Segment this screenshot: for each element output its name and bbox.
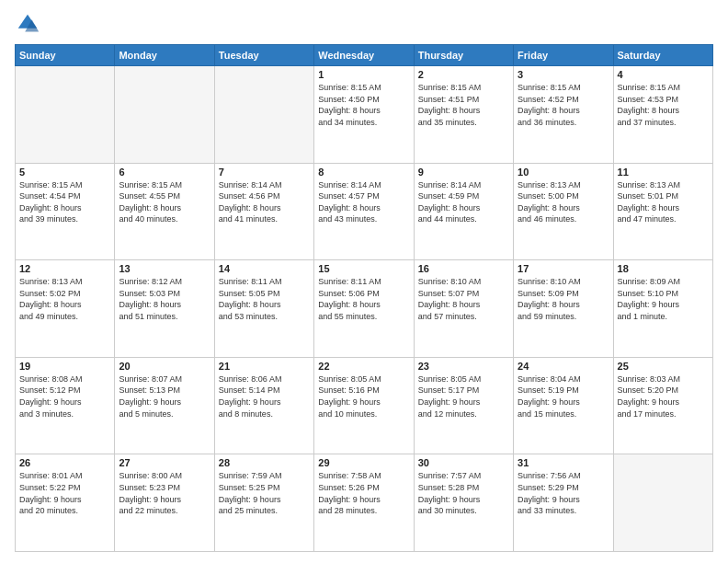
calendar-cell: 26Sunrise: 8:01 AMSunset: 5:22 PMDayligh…	[16, 454, 115, 552]
weekday-header-wednesday: Wednesday	[314, 45, 414, 66]
weekday-header-monday: Monday	[115, 45, 214, 66]
day-info: Sunrise: 8:13 AMSunset: 5:02 PMDaylight:…	[19, 276, 110, 322]
calendar-cell: 30Sunrise: 7:57 AMSunset: 5:28 PMDayligh…	[414, 454, 513, 552]
day-number: 8	[318, 167, 409, 178]
day-info: Sunrise: 8:06 AMSunset: 5:14 PMDaylight:…	[219, 373, 310, 419]
week-row-3: 12Sunrise: 8:13 AMSunset: 5:02 PMDayligh…	[16, 260, 713, 358]
day-info: Sunrise: 7:56 AMSunset: 5:29 PMDaylight:…	[518, 470, 609, 516]
day-number: 28	[219, 457, 310, 468]
day-number: 17	[518, 263, 609, 274]
calendar-cell: 20Sunrise: 8:07 AMSunset: 5:13 PMDayligh…	[115, 357, 214, 454]
day-number: 27	[119, 457, 210, 468]
day-number: 20	[119, 361, 210, 372]
calendar-cell: 13Sunrise: 8:12 AMSunset: 5:03 PMDayligh…	[115, 260, 214, 358]
day-number: 9	[418, 167, 509, 178]
calendar-cell: 10Sunrise: 8:13 AMSunset: 5:00 PMDayligh…	[514, 163, 613, 260]
calendar-cell: 6Sunrise: 8:15 AMSunset: 4:55 PMDaylight…	[115, 163, 214, 260]
calendar-cell: 28Sunrise: 7:59 AMSunset: 5:25 PMDayligh…	[214, 454, 313, 552]
calendar-cell: 7Sunrise: 8:14 AMSunset: 4:56 PMDaylight…	[214, 163, 313, 260]
day-info: Sunrise: 8:15 AMSunset: 4:53 PMDaylight:…	[618, 82, 709, 128]
calendar-cell: 17Sunrise: 8:10 AMSunset: 5:09 PMDayligh…	[514, 260, 613, 358]
weekday-header-friday: Friday	[514, 45, 613, 66]
day-number: 30	[418, 457, 509, 468]
calendar-cell: 3Sunrise: 8:15 AMSunset: 4:52 PMDaylight…	[514, 66, 613, 164]
day-number: 11	[618, 167, 709, 178]
logo	[15, 11, 42, 37]
calendar-cell: 27Sunrise: 8:00 AMSunset: 5:23 PMDayligh…	[115, 454, 214, 552]
calendar-cell: 19Sunrise: 8:08 AMSunset: 5:12 PMDayligh…	[16, 357, 115, 454]
day-number: 25	[618, 361, 709, 372]
day-info: Sunrise: 8:03 AMSunset: 5:20 PMDaylight:…	[618, 373, 709, 419]
weekday-header-sunday: Sunday	[16, 45, 115, 66]
day-info: Sunrise: 8:15 AMSunset: 4:50 PMDaylight:…	[318, 82, 409, 128]
calendar-cell: 11Sunrise: 8:13 AMSunset: 5:01 PMDayligh…	[613, 163, 712, 260]
day-info: Sunrise: 8:15 AMSunset: 4:55 PMDaylight:…	[119, 179, 210, 225]
day-info: Sunrise: 7:57 AMSunset: 5:28 PMDaylight:…	[418, 470, 509, 516]
calendar-cell: 1Sunrise: 8:15 AMSunset: 4:50 PMDaylight…	[314, 66, 414, 164]
calendar-cell: 18Sunrise: 8:09 AMSunset: 5:10 PMDayligh…	[613, 260, 712, 358]
day-number: 15	[318, 263, 409, 274]
day-number: 10	[518, 167, 609, 178]
page: SundayMondayTuesdayWednesdayThursdayFrid…	[0, 0, 728, 563]
day-info: Sunrise: 8:05 AMSunset: 5:16 PMDaylight:…	[318, 373, 409, 419]
day-number: 7	[219, 167, 310, 178]
calendar-cell: 29Sunrise: 7:58 AMSunset: 5:26 PMDayligh…	[314, 454, 414, 552]
day-number: 29	[318, 457, 409, 468]
day-info: Sunrise: 8:11 AMSunset: 5:06 PMDaylight:…	[318, 276, 409, 322]
day-number: 6	[119, 167, 210, 178]
day-info: Sunrise: 8:15 AMSunset: 4:52 PMDaylight:…	[518, 82, 609, 128]
week-row-1: 1Sunrise: 8:15 AMSunset: 4:50 PMDaylight…	[16, 66, 713, 164]
calendar-cell: 9Sunrise: 8:14 AMSunset: 4:59 PMDaylight…	[414, 163, 513, 260]
day-info: Sunrise: 8:14 AMSunset: 4:59 PMDaylight:…	[418, 179, 509, 225]
day-info: Sunrise: 8:01 AMSunset: 5:22 PMDaylight:…	[19, 470, 110, 516]
day-number: 18	[618, 263, 709, 274]
day-number: 21	[219, 361, 310, 372]
logo-icon	[15, 11, 40, 37]
day-number: 14	[219, 263, 310, 274]
header	[15, 11, 713, 37]
day-info: Sunrise: 8:15 AMSunset: 4:54 PMDaylight:…	[19, 179, 110, 225]
weekday-header-saturday: Saturday	[613, 45, 712, 66]
day-number: 19	[19, 361, 110, 372]
day-info: Sunrise: 8:13 AMSunset: 5:00 PMDaylight:…	[518, 179, 609, 225]
week-row-5: 26Sunrise: 8:01 AMSunset: 5:22 PMDayligh…	[16, 454, 713, 552]
day-info: Sunrise: 8:00 AMSunset: 5:23 PMDaylight:…	[119, 470, 210, 516]
calendar-cell: 25Sunrise: 8:03 AMSunset: 5:20 PMDayligh…	[613, 357, 712, 454]
day-number: 3	[518, 69, 609, 80]
day-info: Sunrise: 8:14 AMSunset: 4:56 PMDaylight:…	[219, 179, 310, 225]
day-info: Sunrise: 7:58 AMSunset: 5:26 PMDaylight:…	[318, 470, 409, 516]
day-number: 2	[418, 69, 509, 80]
calendar-cell	[613, 454, 712, 552]
day-number: 4	[618, 69, 709, 80]
calendar-cell: 15Sunrise: 8:11 AMSunset: 5:06 PMDayligh…	[314, 260, 414, 358]
calendar-cell: 24Sunrise: 8:04 AMSunset: 5:19 PMDayligh…	[514, 357, 613, 454]
day-info: Sunrise: 8:11 AMSunset: 5:05 PMDaylight:…	[219, 276, 310, 322]
day-number: 26	[19, 457, 110, 468]
day-number: 24	[518, 361, 609, 372]
calendar-cell: 2Sunrise: 8:15 AMSunset: 4:51 PMDaylight…	[414, 66, 513, 164]
day-info: Sunrise: 8:09 AMSunset: 5:10 PMDaylight:…	[618, 276, 709, 322]
day-number: 16	[418, 263, 509, 274]
calendar-cell	[115, 66, 214, 164]
calendar-cell	[214, 66, 313, 164]
day-number: 13	[119, 263, 210, 274]
day-info: Sunrise: 8:08 AMSunset: 5:12 PMDaylight:…	[19, 373, 110, 419]
weekday-header-thursday: Thursday	[414, 45, 513, 66]
day-info: Sunrise: 8:07 AMSunset: 5:13 PMDaylight:…	[119, 373, 210, 419]
calendar-cell: 21Sunrise: 8:06 AMSunset: 5:14 PMDayligh…	[214, 357, 313, 454]
calendar-cell	[16, 66, 115, 164]
calendar-table: SundayMondayTuesdayWednesdayThursdayFrid…	[15, 44, 713, 552]
calendar-cell: 4Sunrise: 8:15 AMSunset: 4:53 PMDaylight…	[613, 66, 712, 164]
day-info: Sunrise: 8:14 AMSunset: 4:57 PMDaylight:…	[318, 179, 409, 225]
calendar-cell: 22Sunrise: 8:05 AMSunset: 5:16 PMDayligh…	[314, 357, 414, 454]
day-info: Sunrise: 8:10 AMSunset: 5:09 PMDaylight:…	[518, 276, 609, 322]
day-number: 1	[318, 69, 409, 80]
calendar-cell: 23Sunrise: 8:05 AMSunset: 5:17 PMDayligh…	[414, 357, 513, 454]
week-row-2: 5Sunrise: 8:15 AMSunset: 4:54 PMDaylight…	[16, 163, 713, 260]
calendar-cell: 8Sunrise: 8:14 AMSunset: 4:57 PMDaylight…	[314, 163, 414, 260]
day-info: Sunrise: 8:10 AMSunset: 5:07 PMDaylight:…	[418, 276, 509, 322]
calendar-cell: 5Sunrise: 8:15 AMSunset: 4:54 PMDaylight…	[16, 163, 115, 260]
day-number: 23	[418, 361, 509, 372]
weekday-header-tuesday: Tuesday	[214, 45, 313, 66]
weekday-header-row: SundayMondayTuesdayWednesdayThursdayFrid…	[16, 45, 713, 66]
